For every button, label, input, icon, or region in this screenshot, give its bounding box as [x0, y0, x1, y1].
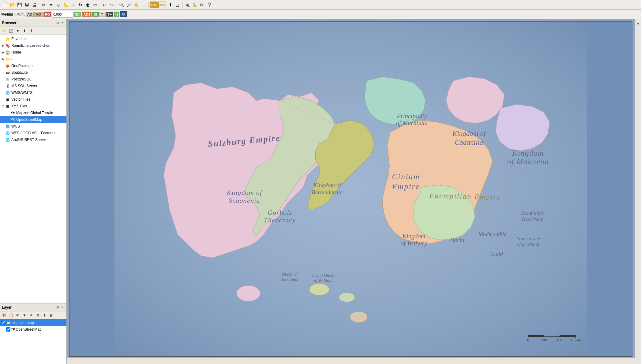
browser-item-xyz-tiles[interactable]: ▼ ▦ XYZ Tiles: [0, 103, 66, 110]
identify-icon[interactable]: ℹ: [167, 2, 174, 8]
browser-item-favorites[interactable]: ⭐ Favoriten: [0, 35, 66, 42]
browser-item-wms[interactable]: 🌐 WMS/WMTS: [0, 89, 66, 96]
expand-icon: [1, 77, 5, 81]
move-icon[interactable]: ⊹: [70, 2, 77, 8]
vertex-icon[interactable]: ◇: [55, 2, 62, 8]
snap-type-icon[interactable]: ↳: [13, 12, 16, 17]
print-layout-icon[interactable]: 🖨: [31, 2, 38, 8]
t-minus-button[interactable]: T-: [99, 12, 106, 17]
redo-icon[interactable]: ↪: [109, 2, 115, 8]
browser-item-bookmarks[interactable]: ▶ 🔖 Räumliche Lesezeichen: [0, 42, 66, 49]
layer-item-osm[interactable]: 🗺 OpenStreetMap: [0, 326, 66, 333]
browser-item-wcs[interactable]: 🌐 WCS: [0, 123, 66, 130]
snap-enable-icon[interactable]: ⊕: [4, 12, 7, 17]
help-icon[interactable]: ❓: [206, 2, 212, 8]
snap-value-input[interactable]: [52, 11, 73, 18]
map-svg: Sulzburg Empire Kingdom of Schonenia Gor…: [69, 22, 632, 356]
ro-button[interactable]: RO: [43, 12, 52, 17]
undo-icon[interactable]: ↩: [101, 2, 108, 8]
browser-info-btn[interactable]: ℹ: [28, 28, 34, 34]
zoom-out-map-icon[interactable]: 🔎: [126, 2, 132, 8]
browser-close-btn[interactable]: ✕: [60, 21, 65, 25]
browser-item-mapzen[interactable]: 🗺 Mapzen Global Terrain: [0, 110, 66, 116]
layer-options-icon[interactable]: ≡: [28, 312, 34, 318]
sc-button[interactable]: SC: [73, 12, 81, 17]
label2-icon[interactable]: abc: [158, 2, 166, 8]
browser-item-postgresql[interactable]: 🐘 PostgreSQL: [0, 76, 66, 83]
red-dot: ●: [637, 21, 639, 26]
split-icon[interactable]: ✂: [92, 2, 99, 8]
layer-close-btn[interactable]: ✕: [60, 305, 65, 310]
expand-icon: [1, 71, 5, 74]
label-icon[interactable]: abc: [150, 2, 158, 8]
svg-point-2: [237, 285, 260, 301]
browser-item-home[interactable]: ▶ 🏠 Home: [0, 49, 66, 56]
browser-panel-controls: ⊟ ✕: [55, 21, 65, 25]
adj-button[interactable]: ADJ: [82, 12, 92, 17]
save-icon[interactable]: 💾: [16, 2, 23, 8]
new-project-icon[interactable]: 📄: [2, 2, 8, 8]
browser-item-arcgis[interactable]: 🌐 ArcGIS-REST-Server: [0, 136, 66, 143]
browser-filter-btn[interactable]: ▼: [15, 28, 21, 34]
right-panel-edge[interactable]: ● E: [635, 19, 641, 364]
svg-text:Modmouthia: Modmouthia: [478, 231, 507, 237]
svg-text:Principality: Principality: [396, 113, 427, 120]
python-icon[interactable]: 🐍: [191, 2, 198, 8]
browser-item-root[interactable]: ▶ 📁 /: [0, 56, 66, 62]
browser-item-vector-tiles[interactable]: ▦ Vector Tiles: [0, 96, 66, 103]
map-area[interactable]: Sulzburg Empire Kingdom of Schonenia Gor…: [67, 19, 635, 364]
delete-icon[interactable]: 🗑: [84, 2, 91, 8]
layer-add-icon[interactable]: 📋: [8, 312, 14, 318]
browser-refresh-btn[interactable]: 🔄: [8, 28, 14, 34]
processing-icon[interactable]: ⚙: [198, 2, 205, 8]
draw-icon[interactable]: ✏: [40, 2, 47, 8]
ig-button[interactable]: IG: [92, 12, 99, 17]
gear-button[interactable]: ⚙: [120, 11, 127, 17]
zoom-extent-icon[interactable]: ⬚: [140, 2, 147, 8]
layer-osm-visibility-checkbox[interactable]: [6, 327, 10, 332]
layer-remove-icon[interactable]: 🗑: [48, 312, 54, 318]
layer-open-icon[interactable]: 🎨: [1, 312, 7, 318]
open-project-icon[interactable]: 📂: [9, 2, 16, 8]
layer-visible-icon[interactable]: 👁: [15, 312, 21, 318]
expand-icon: ▶: [1, 57, 5, 61]
snap-all-icon[interactable]: ⊞: [7, 12, 10, 17]
browser-float-btn[interactable]: ⊟: [55, 21, 60, 25]
h-button[interactable]: H: [114, 12, 119, 17]
pan-map-icon[interactable]: ✋: [133, 2, 140, 8]
browser-item-geopackage[interactable]: 📦 GeoPackage: [0, 62, 66, 69]
zoom-in-map-icon[interactable]: 🔍: [118, 2, 125, 8]
mo-button[interactable]: MO: [34, 12, 43, 17]
browser-item-wfs[interactable]: 🌐 WFS / OGC API - Features: [0, 130, 66, 136]
ad-button[interactable]: AD: [26, 12, 34, 17]
layer-visibility-checkbox[interactable]: [1, 321, 6, 325]
measure-icon[interactable]: 📐: [62, 2, 69, 8]
arcgis-icon: 🌐: [5, 137, 10, 143]
sep2: [100, 2, 100, 8]
browser-collapse-btn[interactable]: ⬆: [21, 28, 28, 34]
plugins-icon[interactable]: 🔌: [184, 2, 190, 8]
rotate-icon[interactable]: ↻: [77, 2, 84, 8]
browser-item-spatialite[interactable]: 🗃 SpatiaLite: [0, 69, 66, 76]
snap-select-icon[interactable]: ⊟: [10, 12, 13, 17]
select-icon[interactable]: ◻: [174, 2, 181, 8]
t-plus-button[interactable]: T+: [106, 12, 113, 17]
save-as-icon[interactable]: 🖫: [24, 2, 30, 8]
layer-filter-icon[interactable]: ▼: [21, 312, 28, 318]
layer-down-icon[interactable]: ⬇: [42, 312, 48, 318]
browser-add-btn[interactable]: 📁: [1, 28, 7, 34]
browser-item-mssql[interactable]: 🗄 MS SQL-Server: [0, 83, 66, 89]
svg-text:Buria: Buria: [450, 237, 464, 243]
layer-item-example-map[interactable]: 📁 example-map: [0, 319, 66, 326]
map-canvas[interactable]: Sulzburg Empire Kingdom of Schonenia Gor…: [69, 21, 632, 357]
layer-float-btn[interactable]: ⊟: [55, 305, 60, 310]
svg-text:Socanilian: Socanilian: [521, 210, 543, 216]
browser-item-osm[interactable]: 🗺 OpenStreetMap: [0, 116, 66, 123]
current-layer-icon[interactable]: ⊞: [1, 12, 4, 16]
layer-panel-header: Layer ⊟ ✕: [0, 303, 66, 311]
svg-text:600 km: 600 km: [570, 338, 581, 342]
layer-up-icon[interactable]: ⬆: [35, 312, 41, 318]
snap-intersection-icon[interactable]: ↗: [16, 12, 19, 17]
snap-settings-icon[interactable]: 🔧: [21, 12, 25, 17]
edit-icon[interactable]: ✒: [48, 2, 54, 8]
